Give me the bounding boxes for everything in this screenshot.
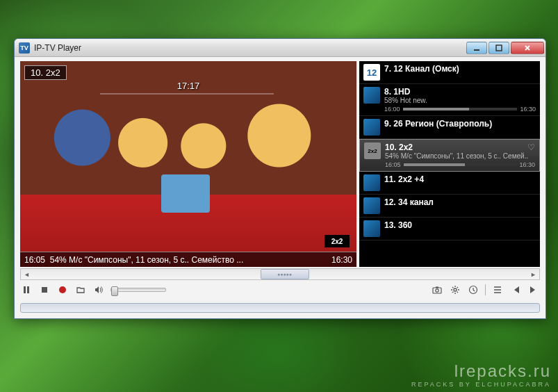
program-end-time: 16:30 [331, 255, 352, 265]
video-channel-label: 10. 2x2 [24, 65, 67, 80]
program-start-time: 16:05 [24, 255, 45, 265]
channel-list[interactable]: 127. 12 Канал (Омск)8. 1HD58% Hot new.16… [359, 61, 540, 267]
channel-body: 11. 2x2 +4 [384, 174, 536, 184]
channel-progress: 16:0516:30 [385, 161, 535, 168]
titlebar[interactable]: TV IP-TV Player [15, 39, 545, 57]
channel-item[interactable]: 127. 12 Канал (Омск) [359, 61, 540, 84]
maximize-button[interactable] [489, 42, 509, 54]
channel-title: 7. 12 Канал (Омск) [384, 64, 536, 74]
channel-item[interactable]: 12. 34 канал [359, 195, 540, 218]
watermark-tagline: REPACKS BY ELCHUPACABRA [411, 381, 551, 388]
volume-button[interactable] [92, 284, 105, 296]
program-end: 16:30 [519, 161, 535, 168]
channel-item[interactable]: 11. 2x2 +4 [359, 172, 540, 195]
svg-point-5 [59, 286, 66, 293]
video-panel[interactable]: 10. 2x2 17:17 2x2 16:05 54% М/с "Симпсон… [20, 61, 356, 267]
channel-item[interactable]: 9. 26 Регион (Ставрополь) [359, 116, 540, 139]
program-info: 54% М/с "Симпсоны", 11 сезон, 5 с.. Семе… [50, 255, 244, 265]
video-content [20, 61, 356, 267]
favorite-icon[interactable]: ♡ [527, 142, 535, 152]
stop-button[interactable] [38, 284, 51, 296]
svg-rect-1 [496, 45, 502, 51]
video-osd-progress [100, 93, 274, 95]
channel-logo-icon [363, 174, 380, 191]
content-area: 10. 2x2 17:17 2x2 16:05 54% М/с "Симпсон… [15, 57, 545, 318]
channel-logo-icon [363, 197, 380, 214]
channel-logo-icon: 2x2 [364, 142, 381, 159]
channel-body: 7. 12 Канал (Омск) [384, 64, 536, 74]
channel-item[interactable]: 13. 360 [359, 218, 540, 240]
schedule-button[interactable] [467, 284, 479, 296]
app-window: TV IP-TV Player 10. 2x2 17:17 2x2 16:05 … [14, 38, 546, 319]
window-title: IP-TV Player [34, 43, 465, 53]
program-start: 16:00 [384, 106, 400, 113]
channel-body: 13. 360 [384, 220, 536, 230]
svg-point-7 [436, 289, 438, 292]
channel-body: 10. 2x2♡54% М/с "Симпсоны", 11 сезон, 5 … [385, 142, 535, 168]
horizontal-scrollbar[interactable]: ◄ ●●●●● ► [20, 268, 540, 280]
volume-slider[interactable] [110, 288, 166, 292]
playlist-button[interactable] [491, 284, 504, 296]
svg-rect-2 [24, 286, 26, 293]
channel-title: 13. 360 [384, 220, 536, 230]
channel-program: 58% Hot new. [384, 97, 536, 104]
channel-logo-icon [363, 220, 380, 237]
next-track-button[interactable] [527, 284, 540, 296]
channel-title: 9. 26 Регион (Ставрополь) [384, 119, 536, 129]
video-live-time: 17:17 [177, 81, 200, 91]
svg-rect-0 [474, 49, 479, 51]
svg-rect-3 [27, 286, 29, 293]
channel-item[interactable]: 8. 1HD58% Hot new.16:0016:30 [359, 84, 540, 116]
channel-logo-icon: 12 [363, 64, 380, 81]
program-end: 16:30 [520, 106, 536, 113]
scroll-thumb[interactable]: ●●●●● [261, 269, 309, 279]
settings-button[interactable] [449, 284, 461, 296]
channel-title: 10. 2x2 [385, 142, 525, 152]
channel-logo-icon [363, 119, 380, 136]
progress-bar [404, 163, 517, 166]
channel-watermark-icon: 2x2 [325, 235, 350, 247]
scroll-track[interactable]: ●●●●● [33, 269, 527, 279]
scroll-left-button[interactable]: ◄ [21, 269, 33, 279]
channel-title: 11. 2x2 +4 [384, 174, 536, 184]
pause-button[interactable] [20, 284, 33, 296]
watermark: lrepacks.ru REPACKS BY ELCHUPACABRA [411, 361, 551, 388]
channel-body: 12. 34 канал [384, 197, 536, 207]
seek-bar[interactable] [20, 303, 540, 313]
channel-body: 9. 26 Регион (Ставрополь) [384, 119, 536, 129]
program-start: 16:05 [385, 161, 401, 168]
screenshot-button[interactable] [431, 284, 443, 296]
record-button[interactable] [56, 284, 69, 296]
svg-rect-4 [42, 287, 47, 293]
app-icon: TV [19, 42, 30, 54]
prev-track-button[interactable] [509, 284, 522, 296]
channel-title: 8. 1HD [384, 87, 536, 97]
scroll-right-button[interactable]: ► [527, 269, 539, 279]
minimize-button[interactable] [466, 42, 487, 54]
svg-point-9 [454, 288, 457, 291]
toolbar-separator [485, 284, 486, 295]
open-button[interactable] [74, 284, 87, 296]
progress-bar [403, 108, 518, 111]
channel-body: 8. 1HD58% Hot new.16:0016:30 [384, 87, 536, 113]
video-info-bar: 16:05 54% М/с "Симпсоны", 11 сезон, 5 с.… [20, 252, 356, 267]
channel-item[interactable]: 2x210. 2x2♡54% М/с "Симпсоны", 11 сезон,… [359, 139, 540, 172]
svg-rect-8 [436, 287, 438, 288]
close-button[interactable] [511, 42, 544, 54]
watermark-site: lrepacks.ru [411, 361, 551, 381]
channel-progress: 16:0016:30 [384, 106, 536, 113]
channel-logo-icon [363, 87, 380, 104]
toolbar [20, 282, 540, 297]
channel-program: 54% М/с "Симпсоны", 11 сезон, 5 с.. Семе… [385, 152, 535, 160]
channel-title: 12. 34 канал [384, 197, 536, 207]
